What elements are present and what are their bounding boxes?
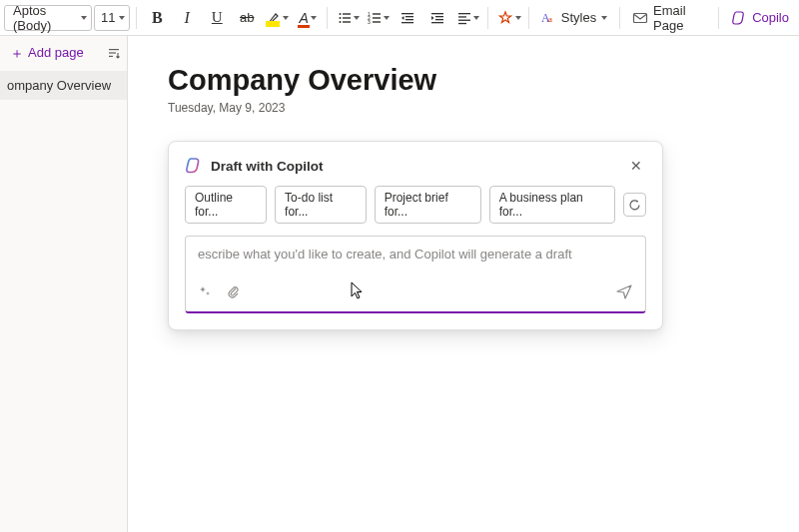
svg-rect-16 xyxy=(431,13,443,14)
page-title[interactable]: Company Overview xyxy=(168,64,775,97)
styles-icon: Aa xyxy=(541,10,556,25)
svg-rect-22 xyxy=(458,19,470,20)
page-list: ompany Overview xyxy=(0,69,127,100)
email-page-label: Email Page xyxy=(653,3,706,33)
email-page-button[interactable]: Email Page xyxy=(626,4,712,32)
chevron-down-icon xyxy=(515,16,521,20)
font-size-value: 11 xyxy=(101,10,115,25)
copilot-toolbar-label: Copilo xyxy=(752,10,789,25)
outdent-button[interactable] xyxy=(394,4,421,32)
svg-rect-28 xyxy=(109,52,116,53)
chevron-down-icon xyxy=(81,16,87,20)
chevron-down-icon xyxy=(473,16,479,20)
sparkle-button[interactable] xyxy=(198,284,212,301)
tag-star-icon xyxy=(497,10,513,26)
page-sidebar: ＋ Add page ompany Overview xyxy=(0,36,128,532)
svg-rect-11 xyxy=(373,21,381,22)
svg-rect-19 xyxy=(431,22,443,23)
chevron-down-icon xyxy=(311,16,317,20)
divider xyxy=(619,7,620,29)
svg-rect-27 xyxy=(109,49,119,50)
italic-button[interactable]: I xyxy=(173,4,201,32)
suggestion-todo[interactable]: To-do list for... xyxy=(275,186,367,224)
divider xyxy=(718,7,719,29)
svg-text:3: 3 xyxy=(368,19,371,25)
svg-rect-13 xyxy=(405,16,413,17)
tags-button[interactable] xyxy=(494,4,522,32)
svg-rect-29 xyxy=(109,55,113,56)
sidebar-item-label: ompany Overview xyxy=(7,78,111,93)
add-page-button[interactable]: ＋ Add page xyxy=(6,42,88,63)
sort-icon[interactable] xyxy=(107,46,121,60)
copilot-prompt-input[interactable]: escribe what you'd like to create, and C… xyxy=(185,236,646,313)
svg-rect-21 xyxy=(458,16,466,17)
svg-rect-18 xyxy=(435,19,443,20)
divider xyxy=(136,7,137,29)
page-date[interactable]: Tuesday, May 9, 2023 xyxy=(168,101,775,115)
font-color-letter: A xyxy=(300,10,309,26)
sidebar-item-company-overview[interactable]: ompany Overview xyxy=(0,71,127,100)
svg-rect-12 xyxy=(401,13,413,14)
close-icon: ✕ xyxy=(630,158,642,174)
font-size-select[interactable]: 11 xyxy=(94,5,130,31)
svg-rect-5 xyxy=(343,21,351,22)
font-color-button[interactable]: A xyxy=(293,4,321,32)
indent-icon xyxy=(430,11,444,25)
font-family-select[interactable]: Aptos (Body) xyxy=(4,5,92,31)
svg-rect-14 xyxy=(405,19,413,20)
svg-rect-23 xyxy=(458,22,466,23)
bullets-icon xyxy=(338,11,352,25)
chevron-down-icon xyxy=(354,16,360,20)
svg-point-0 xyxy=(340,13,342,15)
svg-rect-9 xyxy=(373,17,381,18)
numbering-button[interactable]: 123 xyxy=(364,4,392,32)
styles-button[interactable]: Aa Styles xyxy=(535,4,613,32)
svg-rect-17 xyxy=(435,16,443,17)
chevron-down-icon xyxy=(384,16,390,20)
bullets-button[interactable] xyxy=(334,4,362,32)
copilot-draft-card: Draft with Copilot ✕ Outline for... To-d… xyxy=(168,141,663,330)
copilot-icon xyxy=(185,157,203,175)
refresh-icon xyxy=(628,199,641,212)
formatting-toolbar: Aptos (Body) 11 B I U ab A 123 xyxy=(0,0,799,36)
close-button[interactable]: ✕ xyxy=(626,156,646,176)
chevron-down-icon xyxy=(119,16,125,20)
bold-button[interactable]: B xyxy=(143,4,171,32)
envelope-icon xyxy=(632,10,648,26)
suggestion-outline[interactable]: Outline for... xyxy=(185,186,267,224)
suggestion-business-plan[interactable]: A business plan for... xyxy=(489,186,615,224)
send-button[interactable] xyxy=(615,282,633,303)
plus-icon: ＋ xyxy=(10,46,24,60)
copilot-suggestions-row: Outline for... To-do list for... Project… xyxy=(185,186,646,224)
attach-button[interactable] xyxy=(226,284,240,301)
svg-rect-3 xyxy=(343,17,351,18)
sparkle-icon xyxy=(198,286,212,301)
underline-button[interactable]: U xyxy=(203,4,231,32)
svg-rect-1 xyxy=(343,13,351,14)
font-family-value: Aptos (Body) xyxy=(13,3,75,33)
strikethrough-button[interactable]: ab xyxy=(233,4,261,32)
svg-rect-7 xyxy=(373,13,381,14)
align-button[interactable] xyxy=(453,4,481,32)
add-page-label: Add page xyxy=(28,45,84,60)
svg-point-4 xyxy=(340,21,342,23)
copilot-prompt-placeholder: escribe what you'd like to create, and C… xyxy=(198,247,633,265)
page-content: Company Overview Tuesday, May 9, 2023 Dr… xyxy=(128,36,799,532)
indent-button[interactable] xyxy=(423,4,451,32)
cursor-icon xyxy=(351,281,367,304)
chevron-down-icon xyxy=(283,16,289,20)
align-icon xyxy=(457,11,471,25)
refresh-suggestions-button[interactable] xyxy=(623,193,646,217)
copilot-toolbar-button[interactable]: Copilo xyxy=(725,4,795,32)
svg-point-2 xyxy=(340,17,342,19)
paperclip-icon xyxy=(226,286,240,301)
svg-rect-15 xyxy=(401,22,413,23)
svg-text:a: a xyxy=(548,14,552,24)
styles-label: Styles xyxy=(561,10,596,25)
numbering-icon: 123 xyxy=(368,11,382,25)
highlight-color-button[interactable] xyxy=(263,4,291,32)
send-icon xyxy=(615,288,633,303)
outdent-icon xyxy=(400,11,414,25)
svg-rect-20 xyxy=(458,13,470,14)
suggestion-project-brief[interactable]: Project brief for... xyxy=(375,186,481,224)
